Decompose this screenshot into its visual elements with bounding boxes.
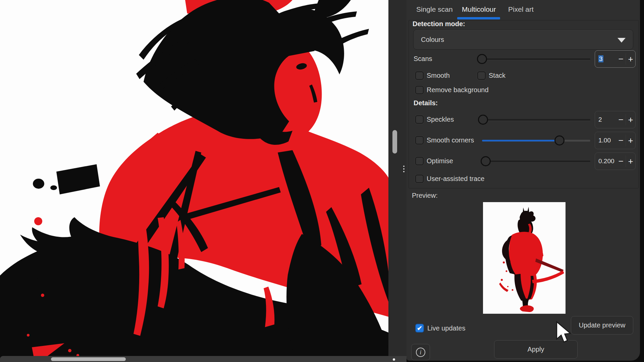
optimise-label: Optimise: [427, 157, 453, 165]
update-preview-label: Update preview: [579, 321, 626, 329]
detection-mode-value: Colours: [421, 36, 444, 44]
remove-background-label: Remove background: [427, 86, 489, 94]
preview-label: Preview:: [412, 192, 438, 199]
tab-pixel-art[interactable]: Pixel art: [508, 5, 534, 13]
detection-mode-label: Detection mode:: [413, 20, 465, 28]
minus-button[interactable]: −: [616, 132, 626, 149]
horizontal-scrollbar-thumb[interactable]: [51, 357, 126, 361]
scans-label: Scans: [414, 55, 432, 63]
smooth-corners-checkbox[interactable]: [415, 136, 424, 144]
scans-value[interactable]: 3: [598, 55, 616, 63]
pane-resize-grip-icon[interactable]: [403, 166, 405, 167]
smooth-corners-spinbox[interactable]: 1.00 − +: [595, 132, 636, 149]
optimise-slider-handle[interactable]: [481, 156, 491, 166]
scans-slider-track[interactable]: [482, 58, 590, 60]
chevron-down-icon: [618, 38, 626, 43]
minus-button[interactable]: −: [616, 111, 626, 128]
optimise-value[interactable]: 0.200: [598, 158, 616, 165]
trace-bitmap-panel: Single scan Multicolour Pixel art Detect…: [407, 0, 640, 361]
apply-label: Apply: [527, 346, 544, 353]
slider-fill: [482, 140, 560, 141]
active-tab-underline: [457, 17, 500, 19]
apply-button[interactable]: Apply: [494, 340, 578, 359]
pane-resize-grip-icon[interactable]: [403, 168, 405, 170]
smooth-corners-slider-track[interactable]: [482, 140, 590, 141]
speckles-value[interactable]: 2: [598, 116, 616, 123]
stack-checkbox[interactable]: [477, 71, 486, 80]
speckles-spinbox[interactable]: 2 − +: [595, 111, 636, 128]
minus-button[interactable]: −: [616, 51, 626, 67]
remove-background-checkbox[interactable]: [415, 86, 424, 94]
user-assisted-trace-checkbox[interactable]: [415, 175, 424, 183]
speckles-slider-track[interactable]: [482, 119, 590, 121]
info-button[interactable]: i: [411, 344, 430, 360]
plus-button[interactable]: +: [626, 132, 635, 149]
smooth-corners-slider-handle[interactable]: [554, 135, 565, 145]
scrollbar-corner-dot: [393, 358, 395, 361]
detection-mode-dropdown[interactable]: Colours: [413, 29, 633, 50]
tab-multicolour[interactable]: Multicolour: [462, 5, 496, 13]
user-assisted-trace-label: User-assisted trace: [427, 175, 484, 183]
minus-button[interactable]: −: [616, 153, 626, 170]
pane-resize-grip-icon[interactable]: [403, 171, 405, 172]
smooth-label: Smooth: [427, 72, 450, 79]
check-icon: ✔: [417, 325, 422, 332]
smooth-corners-label: Smooth corners: [427, 136, 474, 144]
smooth-corners-value[interactable]: 1.00: [598, 137, 616, 144]
plus-button[interactable]: +: [626, 153, 635, 170]
trace-preview-thumbnail: [483, 202, 566, 314]
optimise-spinbox[interactable]: 0.200 − +: [595, 153, 636, 170]
smooth-checkbox[interactable]: [415, 71, 424, 80]
app-screen: Single scan Multicolour Pixel art Detect…: [0, 0, 644, 362]
optimise-checkbox[interactable]: [415, 157, 424, 165]
plus-button[interactable]: +: [626, 111, 635, 128]
optimise-slider-track[interactable]: [482, 161, 590, 162]
scans-slider-handle[interactable]: [477, 54, 487, 64]
details-label: Details:: [414, 99, 438, 107]
live-updates-checkbox[interactable]: ✔: [415, 324, 424, 333]
speckles-slider-handle[interactable]: [478, 115, 488, 125]
speckles-label: Speckles: [427, 116, 454, 123]
info-icon: i: [416, 348, 425, 357]
panel-gutter: [388, 0, 407, 356]
live-updates-label: Live updates: [427, 324, 465, 332]
tab-single-scan[interactable]: Single scan: [416, 5, 453, 13]
update-preview-button[interactable]: Update preview: [571, 316, 633, 335]
scans-spinbox[interactable]: 3 − +: [595, 50, 636, 68]
speckles-checkbox[interactable]: [415, 115, 424, 124]
preview-samurai-figure: [483, 202, 566, 314]
samurai-artwork: [0, 0, 388, 356]
stack-label: Stack: [489, 72, 505, 79]
plus-button[interactable]: +: [626, 51, 635, 67]
document-canvas[interactable]: [0, 0, 388, 356]
vertical-scrollbar-thumb[interactable]: [392, 130, 397, 154]
